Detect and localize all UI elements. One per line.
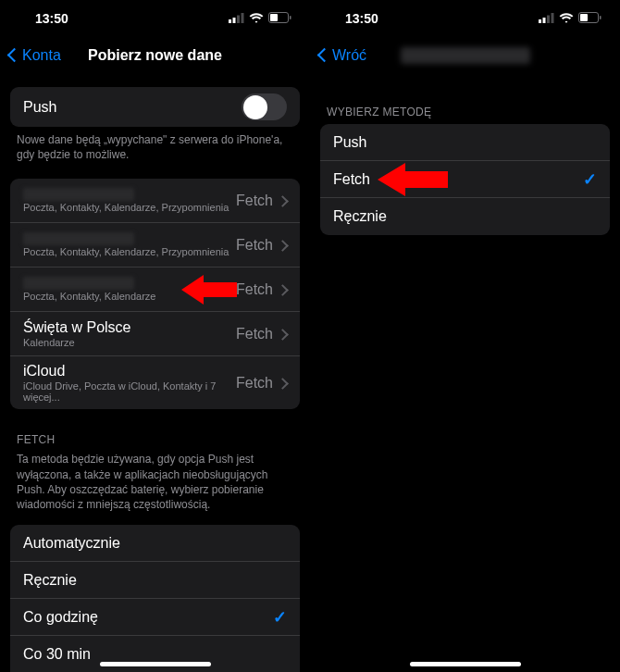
nav-title: Pobierz nowe dane	[88, 47, 222, 64]
battery-icon	[578, 11, 601, 26]
account-row[interactable]: Poczta, Kontakty, Kalendarze, Przypomnie…	[10, 223, 300, 268]
battery-icon	[268, 11, 291, 26]
fetch-option-row[interactable]: Co 30 min	[10, 636, 300, 672]
account-value: Fetch	[236, 375, 273, 392]
svg-rect-9	[547, 16, 550, 24]
nav-bar: Konta Pobierz nowe dane	[0, 37, 310, 74]
checkmark-icon	[273, 607, 287, 628]
svg-rect-12	[580, 14, 588, 21]
status-time: 13:50	[19, 11, 68, 26]
account-subtitle: Poczta, Kontakty, Kalendarze, Przypomnie…	[23, 202, 236, 213]
chevron-right-icon	[279, 237, 287, 254]
account-title-blurred	[23, 277, 134, 290]
phone-right: 13:50 Wróć WYBIERZ METODĘ PushFetchRęczn…	[310, 0, 620, 672]
wifi-icon	[559, 11, 574, 26]
svg-rect-0	[229, 19, 231, 23]
nav-title-blurred	[401, 47, 530, 64]
svg-rect-10	[552, 13, 554, 23]
toggle-knob	[243, 95, 267, 119]
svg-rect-2	[237, 16, 240, 24]
fetch-option-row[interactable]: Ręcznie	[10, 562, 300, 599]
account-value: Fetch	[236, 237, 273, 254]
push-label: Push	[23, 99, 242, 116]
fetch-header: FETCH	[0, 429, 310, 452]
push-toggle[interactable]	[242, 93, 287, 120]
status-icons	[539, 11, 601, 26]
chevron-left-icon	[319, 47, 329, 64]
svg-rect-3	[242, 13, 244, 23]
signal-icon	[539, 11, 554, 26]
account-subtitle: Kalendarze	[23, 337, 236, 348]
svg-rect-5	[270, 14, 278, 21]
chevron-left-icon	[9, 47, 19, 64]
fetch-description: Ta metoda będzie używana, gdy opcja Push…	[0, 452, 310, 512]
account-title-blurred	[23, 188, 134, 201]
back-label: Konta	[22, 47, 61, 64]
home-indicator[interactable]	[410, 662, 521, 666]
wifi-icon	[249, 11, 264, 26]
accounts-group: Poczta, Kontakty, Kalendarze, Przypomnie…	[10, 179, 300, 409]
fetch-option-row[interactable]: Co godzinę	[10, 599, 300, 636]
home-indicator[interactable]	[100, 662, 211, 666]
chevron-right-icon	[279, 281, 287, 298]
back-button[interactable]: Konta	[9, 47, 61, 64]
fetch-option-label: Ręcznie	[23, 572, 287, 589]
method-option-row[interactable]: Ręcznie	[320, 198, 610, 235]
method-option-row[interactable]: Push	[320, 124, 610, 161]
status-bar: 13:50	[0, 0, 310, 37]
chevron-right-icon	[279, 326, 287, 342]
fetch-options-group: AutomatycznieRęcznieCo godzinęCo 30 minC…	[10, 525, 300, 672]
svg-rect-13	[600, 16, 601, 19]
account-row[interactable]: Poczta, Kontakty, KalendarzeFetch	[10, 268, 300, 312]
method-header: WYBIERZ METODĘ	[310, 102, 620, 124]
method-option-row[interactable]: Fetch	[320, 161, 610, 198]
status-bar: 13:50	[310, 0, 620, 37]
push-footer: Nowe dane będą „wypychane" z serwera do …	[0, 127, 310, 162]
account-subtitle: Poczta, Kontakty, Kalendarze, Przypomnie…	[23, 246, 236, 257]
fetch-option-label: Co 30 min	[23, 646, 287, 663]
chevron-right-icon	[279, 193, 287, 209]
account-row[interactable]: Poczta, Kontakty, Kalendarze, Przypomnie…	[10, 179, 300, 223]
method-group: PushFetchRęcznie	[320, 124, 610, 235]
method-option-label: Fetch	[333, 171, 583, 188]
nav-bar: Wróć	[310, 37, 620, 74]
account-value: Fetch	[236, 326, 273, 342]
push-row[interactable]: Push	[10, 87, 300, 127]
account-value: Fetch	[236, 281, 273, 298]
chevron-right-icon	[279, 375, 287, 392]
account-subtitle: Poczta, Kontakty, Kalendarze	[23, 291, 236, 302]
account-value: Fetch	[236, 193, 273, 209]
account-title-blurred	[23, 232, 134, 245]
fetch-option-label: Automatycznie	[23, 535, 287, 552]
method-option-label: Push	[333, 134, 597, 151]
back-label: Wróć	[332, 47, 366, 64]
account-row[interactable]: Święta w PolsceKalendarzeFetch	[10, 312, 300, 356]
back-button[interactable]: Wróć	[319, 47, 366, 64]
push-group: Push	[10, 87, 300, 127]
account-row[interactable]: iCloudiCloud Drive, Poczta w iCloud, Kon…	[10, 356, 300, 409]
svg-rect-7	[539, 19, 541, 23]
svg-rect-1	[233, 18, 236, 23]
status-time: 13:50	[329, 11, 378, 26]
svg-rect-6	[290, 16, 291, 19]
account-subtitle: iCloud Drive, Poczta w iCloud, Kontakty …	[23, 380, 236, 403]
account-title: iCloud	[23, 363, 236, 380]
signal-icon	[229, 11, 244, 26]
fetch-option-label: Co godzinę	[23, 609, 273, 626]
account-title: Święta w Polsce	[23, 319, 236, 336]
fetch-option-row[interactable]: Automatycznie	[10, 525, 300, 562]
phone-left: 13:50 Konta Pobierz nowe dane Push Nowe …	[0, 0, 310, 672]
svg-rect-8	[543, 18, 546, 23]
status-icons	[229, 11, 291, 26]
method-option-label: Ręcznie	[333, 208, 597, 225]
checkmark-icon	[583, 169, 597, 190]
